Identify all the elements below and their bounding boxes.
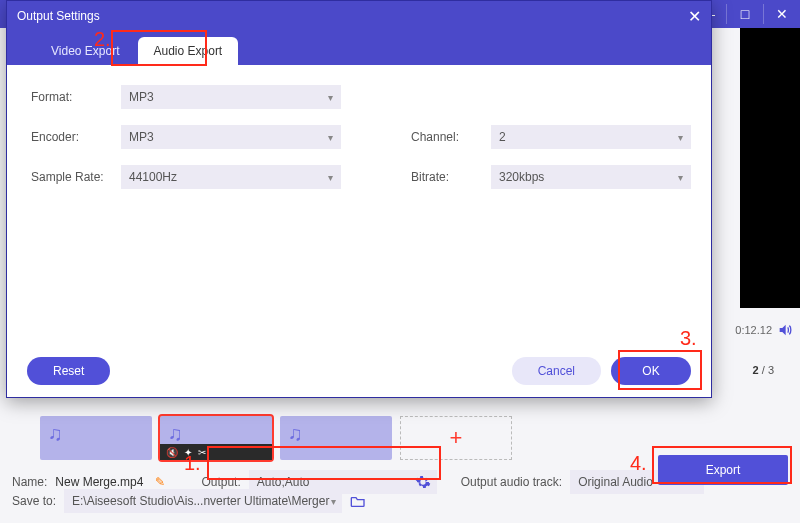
cancel-button[interactable]: Cancel [512, 357, 601, 385]
bitrate-value: 320kbps [499, 170, 544, 184]
edit-name-icon[interactable]: ✎ [155, 475, 165, 489]
ok-button[interactable]: OK [611, 357, 691, 385]
dialog-tabs: Video Export Audio Export [7, 31, 711, 65]
caret-icon: ▾ [331, 496, 336, 507]
output-label: Output: [201, 475, 240, 489]
gear-icon[interactable] [415, 474, 431, 490]
music-note-icon: ♫ [288, 422, 303, 445]
format-select[interactable]: MP3▾ [121, 85, 341, 109]
format-label: Format: [31, 90, 121, 104]
output-name: New Merge.mp4 [55, 475, 143, 489]
dialog-titlebar: Output Settings ✕ [7, 1, 711, 31]
music-note-icon: ♫ [168, 422, 183, 445]
preview-time: 0:12.12 [735, 324, 772, 336]
caret-icon: ▾ [328, 92, 333, 103]
track-label: Output audio track: [461, 475, 562, 489]
cut-icon[interactable]: ✂ [198, 447, 206, 458]
clip-counter: 2 / 3 [753, 364, 774, 376]
dialog-title: Output Settings [17, 9, 100, 23]
save-to-value: E:\Aiseesoft Studio\Ais...nverter Ultima… [72, 494, 329, 508]
encoder-label: Encoder: [31, 130, 121, 144]
bitrate-label: Bitrate: [411, 170, 491, 184]
export-button[interactable]: Export [658, 455, 788, 485]
counter-sep: / [759, 364, 768, 376]
dialog-footer: Reset Cancel OK [7, 343, 711, 397]
channel-select[interactable]: 2▾ [491, 125, 691, 149]
encoder-select[interactable]: MP3▾ [121, 125, 341, 149]
channel-value: 2 [499, 130, 506, 144]
clip-thumbnail[interactable]: ♫ 🔇 ✦ ✂ [160, 416, 272, 460]
mute-icon[interactable]: 🔇 [166, 447, 178, 458]
format-value: MP3 [129, 90, 154, 104]
maximize-button[interactable]: □ [727, 0, 763, 28]
samplerate-label: Sample Rate: [31, 170, 121, 184]
video-preview [740, 28, 800, 308]
thumbnail-strip: ♫ ♫ 🔇 ✦ ✂ ♫ + [40, 416, 512, 460]
caret-icon: ▾ [328, 132, 333, 143]
name-label: Name: [12, 475, 47, 489]
clip-thumbnail[interactable]: ♫ [40, 416, 152, 460]
output-value: Auto;Auto [257, 475, 310, 489]
caret-icon: ▾ [678, 172, 683, 183]
counter-total: 3 [768, 364, 774, 376]
bitrate-select[interactable]: 320kbps▾ [491, 165, 691, 189]
tab-video-export[interactable]: Video Export [35, 37, 136, 65]
caret-icon: ▾ [678, 132, 683, 143]
caret-icon: ▾ [328, 172, 333, 183]
save-row: Save to: E:\Aiseesoft Studio\Ais...nvert… [12, 489, 366, 513]
tab-audio-export[interactable]: Audio Export [138, 37, 239, 65]
track-value: Original Audio [578, 475, 653, 489]
settings-grid: Format: MP3▾ Encoder: MP3▾ Channel: 2▾ S… [31, 85, 687, 189]
clip-thumbnail[interactable]: ♫ [280, 416, 392, 460]
channel-label: Channel: [411, 130, 491, 144]
samplerate-select[interactable]: 44100Hz▾ [121, 165, 341, 189]
volume-icon[interactable] [776, 321, 794, 339]
output-settings-dialog: Output Settings ✕ Video Export Audio Exp… [6, 0, 712, 398]
dialog-close-button[interactable]: ✕ [688, 7, 701, 26]
music-note-icon: ♫ [48, 422, 63, 445]
save-to-select[interactable]: E:\Aiseesoft Studio\Ais...nverter Ultima… [64, 489, 342, 513]
samplerate-value: 44100Hz [129, 170, 177, 184]
dialog-body: Format: MP3▾ Encoder: MP3▾ Channel: 2▾ S… [7, 65, 711, 345]
add-clip-button[interactable]: + [400, 416, 512, 460]
app-close-button[interactable]: ✕ [764, 0, 800, 28]
open-folder-icon[interactable] [350, 494, 366, 508]
encoder-value: MP3 [129, 130, 154, 144]
save-to-label: Save to: [12, 494, 56, 508]
reset-button[interactable]: Reset [27, 357, 110, 385]
clip-tools-overlay: 🔇 ✦ ✂ [160, 444, 272, 460]
effect-icon[interactable]: ✦ [184, 447, 192, 458]
